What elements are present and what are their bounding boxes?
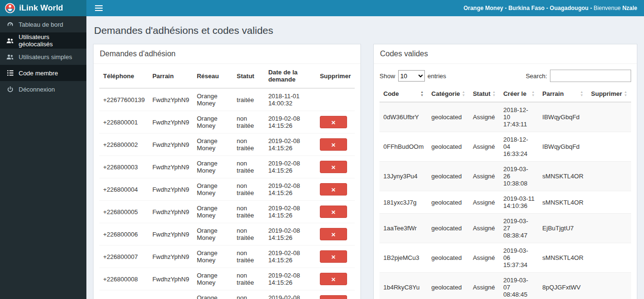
reseau-cell: Orange Money <box>193 201 233 223</box>
parrain-cell: IBWqyGbqFd <box>538 132 587 162</box>
table-row: 1aaTee3fWrgeolocatedAssigné2019-03-27 08… <box>380 214 631 243</box>
delete-button[interactable]: × <box>320 250 347 263</box>
column-header-label: Statut <box>473 90 490 97</box>
supprimer-cell: × <box>316 201 355 223</box>
sidebar-item-label: Utilisateurs géolocalisés <box>19 33 80 48</box>
sidebar-item-utilisateurs-g-olocalis-s[interactable]: Utilisateurs géolocalisés <box>0 32 86 49</box>
phone-cell: +226800004 <box>99 178 148 201</box>
column-header: Réseau <box>193 64 233 88</box>
creer-le-cell: 2019-03-26 10:38:08 <box>499 162 538 191</box>
parrain-cell: FwdhzYphN9 <box>148 88 193 111</box>
delete-button[interactable]: × <box>320 138 347 151</box>
supprimer-cell <box>587 132 631 162</box>
delete-button[interactable]: × <box>320 161 347 173</box>
sidebar: Tableau de bordUtilisateurs géolocalisés… <box>0 16 86 299</box>
users-icon <box>6 54 14 60</box>
sidebar-menu: Tableau de bordUtilisateurs géolocalisés… <box>0 16 86 97</box>
reseau-cell: Orange Money <box>193 268 233 290</box>
column-header-label: Créer le <box>503 90 526 97</box>
categorie-cell: geolocated <box>428 191 469 214</box>
page-length-control: Show 10 entries <box>380 70 446 82</box>
sidebar-item-label: Tableau de bord <box>19 21 63 28</box>
reseau-cell: Orange Money <box>193 134 233 156</box>
supprimer-cell: × <box>316 246 355 268</box>
sortable-column-header[interactable]: Code▲▼ <box>380 86 428 102</box>
requests-table-body: +22677600139FwdhzYphN9Orange Moneytraité… <box>99 88 355 299</box>
column-header: Parrain <box>148 64 193 88</box>
table-row: 0FFhBudOOmgeolocatedAssigné2018-12-04 16… <box>380 132 631 162</box>
phone-cell: +226800003 <box>99 156 148 178</box>
welcome-greeting: Bienvenue <box>594 5 621 11</box>
code-cell: 0FFhBudOOm <box>380 132 428 162</box>
search-label: Search: <box>526 72 547 80</box>
sortable-column-header[interactable]: Statut▲▼ <box>469 86 499 102</box>
user-welcome-banner[interactable]: Orange Money - Burkina Faso - Ouagadougo… <box>464 5 637 11</box>
sidebar-item-code-membre[interactable]: Code membre <box>0 65 86 81</box>
phone-cell: +226800008 <box>99 268 148 290</box>
sort-icon: ▲▼ <box>580 91 583 97</box>
table-row: +226800001FwdhzYphN9Orange Moneynon trai… <box>99 111 355 134</box>
sidebar-item-label: Utilisateurs simples <box>19 53 72 61</box>
topbar: iLink World Orange Money - Burkina Faso … <box>0 0 644 16</box>
sidebar-item-tableau-de-bord[interactable]: Tableau de bord <box>0 16 86 32</box>
parrain-cell: FwdhzYphN9 <box>148 290 193 299</box>
search-input[interactable] <box>550 70 631 82</box>
categorie-cell: geolocated <box>428 162 469 191</box>
reseau-cell: Orange Money <box>193 111 233 134</box>
column-header-label: Code <box>383 90 399 97</box>
requests-table: TéléphoneParrainRéseauStatutDate de la d… <box>99 64 355 299</box>
page-length-select[interactable]: 10 <box>398 70 425 82</box>
delete-button[interactable]: × <box>320 183 347 196</box>
parrain-cell: FwdhzYphN9 <box>148 134 193 156</box>
parrain-cell: FwdhzYphN9 <box>148 178 193 201</box>
codes-table: Code▲▼Catégorie▲▼Statut▲▼Créer le▲▼Parra… <box>380 86 631 299</box>
phone-cell: +226800009 <box>99 290 148 299</box>
reseau-cell: Orange Money <box>193 178 233 201</box>
delete-button[interactable]: × <box>320 206 347 218</box>
sidebar-item-d-connexion[interactable]: Déconnexion <box>0 81 86 97</box>
column-header: Téléphone <box>99 64 148 88</box>
sortable-column-header[interactable]: Supprimer▲▼ <box>587 86 631 102</box>
codes-table-header-row: Code▲▼Catégorie▲▼Statut▲▼Créer le▲▼Parra… <box>380 86 631 102</box>
delete-button[interactable]: × <box>320 295 347 299</box>
sidebar-item-utilisateurs-simples[interactable]: Utilisateurs simples <box>0 49 86 65</box>
table-row: 1b4RkyC8YugeolocatedAssigné2019-03-07 08… <box>380 273 631 299</box>
code-cell: 0dW36UfbrY <box>380 102 428 132</box>
parrain-cell: EjBuTjgtU7 <box>538 214 587 243</box>
statut-cell: non traitée <box>233 178 264 201</box>
supprimer-cell: × <box>316 156 355 178</box>
delete-button[interactable]: × <box>320 116 347 128</box>
delete-button[interactable]: × <box>320 228 347 240</box>
sort-icon: ▲▼ <box>421 91 424 97</box>
hamburger-icon[interactable] <box>93 0 105 16</box>
codes-table-body: 0dW36UfbrYgeolocatedAssigné2018-12-10 17… <box>380 102 631 299</box>
users-icon <box>6 38 14 44</box>
date-cell: 2018-11-01 14:00:32 <box>264 88 316 111</box>
power-icon <box>6 86 14 93</box>
statut-cell: non traitée <box>233 201 264 223</box>
codes-panel: Codes valides Show 10 entries Search: Co… <box>373 44 637 299</box>
table-row: 13Jyny3Pu4geolocatedAssigné2019-03-26 10… <box>380 162 631 191</box>
creer-le-cell: 2019-03-06 15:37:34 <box>499 243 538 273</box>
sortable-column-header[interactable]: Créer le▲▼ <box>499 86 538 102</box>
requests-table-header-row: TéléphoneParrainRéseauStatutDate de la d… <box>99 64 355 88</box>
categorie-cell: geolocated <box>428 132 469 162</box>
parrain-cell: sMNSKTL4OR <box>538 162 587 191</box>
sortable-column-header[interactable]: Parrain▲▼ <box>538 86 587 102</box>
parrain-cell: FwdhzYphN9 <box>148 268 193 290</box>
sidebar-item-label: Code membre <box>19 70 58 77</box>
code-cell: 1B2pjeMCu3 <box>380 243 428 273</box>
column-header: Supprimer <box>316 64 355 88</box>
sortable-column-header[interactable]: Catégorie▲▼ <box>428 86 469 102</box>
delete-button[interactable]: × <box>320 273 347 285</box>
statut-cell: Assigné <box>469 243 499 273</box>
creer-le-cell: 2019-03-11 14:10:36 <box>499 191 538 214</box>
codes-panel-title: Codes valides <box>374 44 637 64</box>
brand-title: iLink World <box>19 3 63 13</box>
creer-le-cell: 2019-03-27 08:38:47 <box>499 214 538 243</box>
dashboard-icon <box>6 21 14 28</box>
statut-cell: traitée <box>233 88 264 111</box>
brand[interactable]: iLink World <box>0 0 86 16</box>
phone-cell: +22677600139 <box>99 88 148 111</box>
creer-le-cell: 2018-12-04 16:33:24 <box>499 132 538 162</box>
